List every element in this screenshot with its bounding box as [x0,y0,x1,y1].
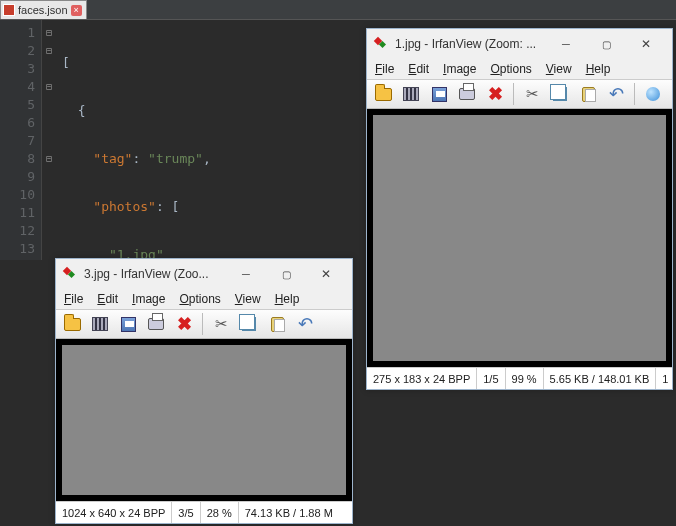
toolbar: ✖ ✂ ↶ [56,309,352,339]
window-title: 1.jpg - IrfanView (Zoom: ... [395,37,540,51]
copy-icon [242,317,256,331]
maximize-button[interactable] [266,263,306,285]
save-button[interactable] [116,312,140,336]
menu-options[interactable]: Options [179,292,220,306]
cut-button[interactable]: ✂ [209,312,233,336]
clipboard-icon [271,317,284,332]
image-canvas[interactable] [367,109,672,367]
close-button[interactable] [306,263,346,285]
menu-edit[interactable]: Edit [408,62,429,76]
menu-image[interactable]: Image [132,292,165,306]
menu-options[interactable]: Options [490,62,531,76]
open-button[interactable] [371,82,395,106]
menu-file[interactable]: File [64,292,83,306]
window-titlebar[interactable]: 1.jpg - IrfanView (Zoom: ... [367,29,672,59]
scissors-icon: ✂ [215,315,228,333]
paste-button[interactable] [576,82,600,106]
delete-icon: ✖ [488,83,503,105]
status-dimensions: 1024 x 640 x 24 BPP [56,502,172,523]
copy-button[interactable] [237,312,261,336]
menu-bar: File Edit Image Options View Help [56,289,352,309]
maximize-button[interactable] [586,33,626,55]
window-titlebar[interactable]: 3.jpg - IrfanView (Zoo... [56,259,352,289]
menu-bar: File Edit Image Options View Help [367,59,672,79]
delete-button[interactable]: ✖ [172,312,196,336]
separator [202,313,203,335]
irfanview-app-icon [373,36,389,52]
status-zoom: 99 % [506,368,544,389]
line-gutter: 1234567 8910111213 [0,20,42,260]
window-title: 3.jpg - IrfanView (Zoo... [84,267,220,281]
floppy-disk-icon [432,87,447,102]
delete-icon: ✖ [177,313,192,335]
toolbar: ✖ ✂ ↶ [367,79,672,109]
file-tab-label: faces.json [18,4,68,16]
editor-tab-strip: faces.json × [0,0,676,20]
printer-icon [148,318,164,330]
misc-button[interactable] [641,82,665,106]
status-dimensions: 275 x 183 x 24 BPP [367,368,477,389]
undo-button[interactable]: ↶ [604,82,628,106]
menu-help[interactable]: Help [275,292,300,306]
irfanview-window-3jpg[interactable]: 3.jpg - IrfanView (Zoo... File Edit Imag… [55,258,353,524]
fold-column: ⊟⊟⊟ ⊟ [42,20,56,260]
image-canvas[interactable] [56,339,352,501]
separator [634,83,635,105]
close-icon[interactable]: × [71,5,82,16]
copy-icon [553,87,567,101]
delete-button[interactable]: ✖ [483,82,507,106]
filmstrip-icon [92,317,108,331]
status-zoom: 28 % [201,502,239,523]
minimize-button[interactable] [546,33,586,55]
irfanview-app-icon [62,266,78,282]
cut-button[interactable]: ✂ [520,82,544,106]
floppy-disk-icon [121,317,136,332]
clipboard-icon [582,87,595,102]
copy-button[interactable] [548,82,572,106]
scissors-icon: ✂ [526,85,539,103]
minimize-button[interactable] [226,263,266,285]
filmstrip-icon [403,87,419,101]
status-index: 3/5 [172,502,200,523]
menu-view[interactable]: View [235,292,261,306]
json-file-icon [3,4,15,16]
menu-file[interactable]: File [375,62,394,76]
photo-putin [62,345,346,495]
undo-icon: ↶ [298,313,313,335]
print-button[interactable] [455,82,479,106]
code-area[interactable]: [ { "tag": "trump", "photos": [ "1.jpg" … [56,20,232,260]
close-button[interactable] [626,33,666,55]
slideshow-button[interactable] [88,312,112,336]
printer-icon [459,88,475,100]
slideshow-button[interactable] [399,82,423,106]
print-button[interactable] [144,312,168,336]
menu-image[interactable]: Image [443,62,476,76]
open-button[interactable] [60,312,84,336]
circle-icon [646,87,660,101]
save-button[interactable] [427,82,451,106]
paste-button[interactable] [265,312,289,336]
separator [513,83,514,105]
status-extra: 1 [656,368,674,389]
status-bar: 275 x 183 x 24 BPP 1/5 99 % 5.65 KB / 14… [367,367,672,389]
menu-help[interactable]: Help [586,62,611,76]
status-bar: 1024 x 640 x 24 BPP 3/5 28 % 74.13 KB / … [56,501,352,523]
folder-open-icon [64,318,81,331]
file-tab-faces-json[interactable]: faces.json × [0,0,87,19]
undo-button[interactable]: ↶ [293,312,317,336]
status-size: 5.65 KB / 148.01 KB [544,368,657,389]
status-index: 1/5 [477,368,505,389]
irfanview-window-1jpg[interactable]: 1.jpg - IrfanView (Zoom: ... File Edit I… [366,28,673,390]
status-size: 74.13 KB / 1.88 M [239,502,339,523]
folder-open-icon [375,88,392,101]
menu-view[interactable]: View [546,62,572,76]
menu-edit[interactable]: Edit [97,292,118,306]
undo-icon: ↶ [609,83,624,105]
photo-trump [373,115,666,361]
